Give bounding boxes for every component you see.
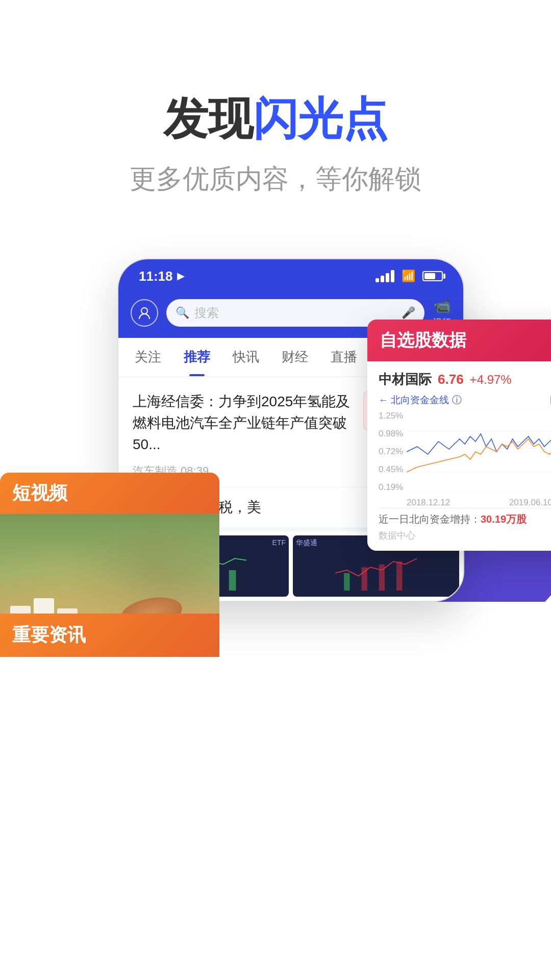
- video-icon: 📹: [433, 298, 451, 314]
- hero-section: 发现闪光点 更多优质内容，等你解锁: [0, 0, 551, 228]
- legend-orange: 日线 →: [549, 394, 551, 407]
- wifi-icon: 📶: [402, 270, 415, 283]
- thumb-content-2: [296, 550, 456, 591]
- svg-point-0: [141, 308, 147, 314]
- stock-change: +4.97%: [470, 373, 512, 387]
- short-video-card: 短视频 重要资讯: [0, 473, 219, 657]
- gps-icon: ▶: [177, 271, 184, 282]
- svg-rect-7: [379, 564, 385, 590]
- stock-name-row: 中材国际 6.76 +4.97%: [379, 371, 551, 388]
- important-info-label: 重要资讯: [0, 614, 219, 657]
- stock-source: 数据中心: [379, 529, 551, 542]
- phone-area: 11:18 ▶ 📶: [0, 258, 551, 602]
- signal-icon: [375, 270, 394, 282]
- footer-value: 30.19万股: [481, 513, 527, 525]
- mic-icon[interactable]: 🎤: [402, 306, 415, 320]
- news-title-1: 上海经信委：力争到2025年氢能及燃料电池汽车全产业链年产值突破50...: [133, 391, 353, 455]
- x-label-end: 2019.06.10: [509, 498, 551, 508]
- chart-legend: ← 北向资金金线 ⓘ 日线 →: [379, 394, 551, 407]
- short-video-label: 短视频: [0, 473, 219, 514]
- stock-name: 中材国际: [379, 371, 432, 388]
- chart-svg: [407, 411, 551, 493]
- avatar-icon[interactable]: [131, 299, 158, 327]
- chart-x-labels: 2018.12.12 2019.06.10: [379, 498, 551, 508]
- x-label-start: 2018.12.12: [407, 498, 450, 508]
- legend-blue: ← 北向资金金线 ⓘ: [379, 394, 462, 407]
- status-left: 11:18 ▶: [139, 268, 184, 284]
- stock-footer: 近一日北向资金增持：30.19万股: [379, 508, 551, 526]
- footer-label: 近一日北向资金增持：: [379, 513, 481, 525]
- search-icon: 🔍: [176, 306, 189, 320]
- svg-rect-8: [396, 561, 402, 590]
- battery-icon: [422, 271, 443, 281]
- tab-kuaixun[interactable]: 快讯: [221, 338, 270, 376]
- status-bar: 11:18 ▶ 📶: [118, 259, 463, 290]
- hero-title-blue: 闪光点: [253, 93, 388, 144]
- stock-price: 6.76: [438, 372, 464, 387]
- svg-rect-5: [344, 573, 349, 590]
- hero-subtitle: 更多优质内容，等你解锁: [31, 161, 520, 197]
- tab-guanzhu[interactable]: 关注: [123, 338, 172, 376]
- tab-zhibo[interactable]: 直播: [319, 338, 368, 376]
- svg-rect-4: [229, 570, 236, 591]
- chart-area: 1.25% 0.98% 0.72% 0.45% 0.19% 8.75 7.92 …: [379, 411, 551, 493]
- chart-y-labels-left: 1.25% 0.98% 0.72% 0.45% 0.19%: [379, 411, 407, 493]
- time-display: 11:18: [139, 268, 173, 284]
- svg-rect-6: [361, 567, 367, 591]
- tab-caijing[interactable]: 财经: [270, 338, 319, 376]
- stock-card-body: 中材国际 6.76 +4.97% ← 北向资金金线 ⓘ 日线 → 1.25% 0…: [367, 361, 551, 551]
- stock-card-header: 自选股数据: [367, 320, 551, 361]
- status-right: 📶: [375, 270, 443, 283]
- hero-title: 发现闪光点: [31, 92, 520, 146]
- hero-title-black: 发现: [163, 93, 253, 144]
- search-placeholder: 搜索: [194, 305, 396, 321]
- stock-data-card: 自选股数据 中材国际 6.76 +4.97% ← 北向资金金线 ⓘ 日线 → 1…: [367, 320, 551, 551]
- news-content-1: 上海经信委：力争到2025年氢能及燃料电池汽车全产业链年产值突破50... 汽车…: [133, 391, 353, 479]
- tab-tuijian[interactable]: 推荐: [172, 338, 221, 376]
